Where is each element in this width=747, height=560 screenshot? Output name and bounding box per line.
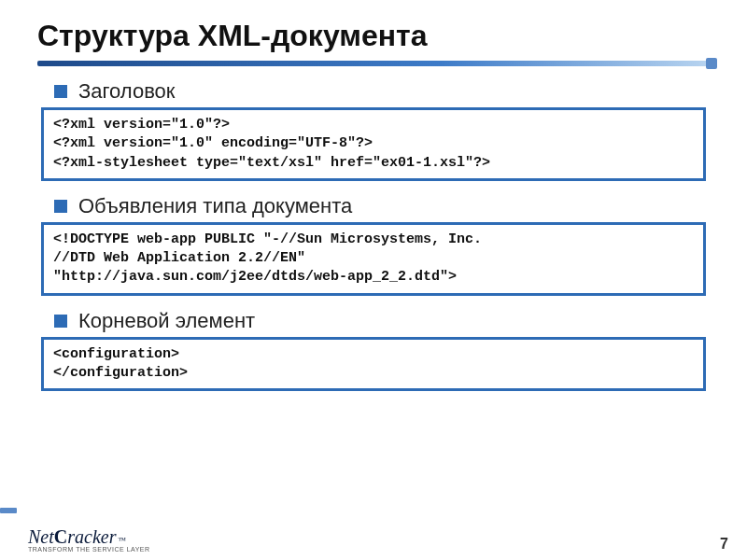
footer-accent — [0, 508, 17, 513]
logo-text-net: Net — [28, 526, 54, 548]
logo-tagline: TRANSFORM THE SERVICE LAYER — [28, 546, 150, 553]
bullet-icon — [54, 200, 67, 213]
section-label-3: Корневой элемент — [78, 309, 255, 333]
section-label-2: Объявления типа документа — [78, 194, 352, 218]
page-number: 7 — [720, 536, 728, 553]
logo-tm: ™ — [118, 536, 126, 545]
logo-main: NetCracker™ — [28, 526, 150, 548]
code-box-3: <configuration> </configuration> — [41, 337, 706, 392]
code-box-1: <?xml version="1.0"?> <?xml version="1.0… — [41, 107, 706, 181]
footer: NetCracker™ TRANSFORM THE SERVICE LAYER … — [0, 526, 747, 553]
bullet-icon — [54, 315, 67, 328]
bullet-row: Объявления типа документа — [54, 194, 710, 218]
slide: Структура XML-документа Заголовок <?xml … — [0, 0, 747, 560]
logo-text-racker: racker — [67, 526, 116, 548]
bullet-row: Корневой элемент — [54, 309, 710, 333]
section-label-1: Заголовок — [78, 79, 175, 104]
logo-text-c: C — [54, 526, 67, 548]
bullet-icon — [54, 85, 67, 98]
bullet-row: Заголовок — [54, 79, 710, 104]
code-box-2: <!DOCTYPE web-app PUBLIC "-//Sun Microsy… — [41, 222, 706, 296]
slide-title: Структура XML-документа — [37, 19, 710, 53]
title-divider — [37, 61, 710, 66]
logo: NetCracker™ TRANSFORM THE SERVICE LAYER — [28, 526, 150, 553]
